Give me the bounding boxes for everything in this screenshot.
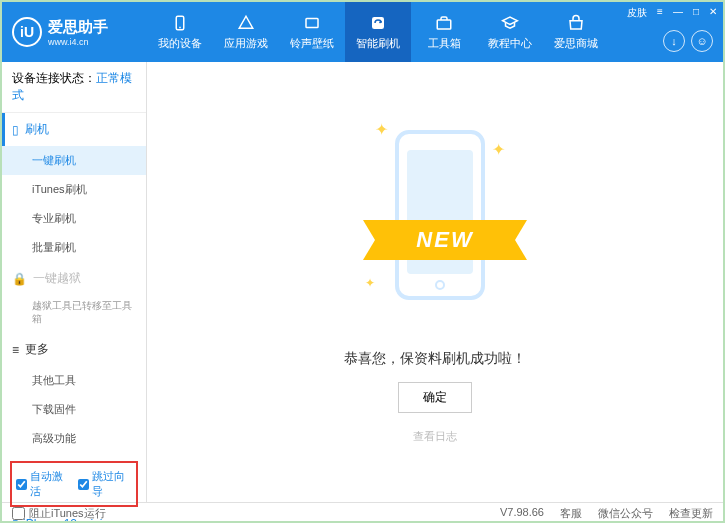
new-ribbon: NEW <box>375 220 515 260</box>
toolbox-icon <box>434 13 454 33</box>
app-title: 爱思助手 <box>48 18 108 37</box>
sparkle-icon: ✦ <box>492 140 505 159</box>
download-button[interactable]: ↓ <box>663 30 685 52</box>
close-button[interactable]: ✕ <box>709 6 717 20</box>
nav-tabs: 我的设备 应用游戏 铃声壁纸 智能刷机 工具箱 教程中心 爱思商城 <box>147 2 609 62</box>
phone-body <box>395 130 485 300</box>
auto-activate-checkbox[interactable]: 自动激活 <box>16 469 70 499</box>
sidebar-jailbreak: 🔒一键越狱 <box>2 262 146 295</box>
store-icon <box>566 13 586 33</box>
svg-rect-3 <box>372 17 384 29</box>
sidebar-batch-flash[interactable]: 批量刷机 <box>2 233 146 262</box>
service-link[interactable]: 客服 <box>560 506 582 521</box>
header-right: ↓ ☺ <box>663 30 713 52</box>
minimize-button[interactable]: — <box>673 6 683 20</box>
tab-toolbox[interactable]: 工具箱 <box>411 2 477 62</box>
skin-button[interactable]: 皮肤 <box>627 6 647 20</box>
menu-button[interactable]: ≡ <box>657 6 663 20</box>
account-button[interactable]: ☺ <box>691 30 713 52</box>
sidebar-more[interactable]: ≡更多 <box>2 333 146 366</box>
tab-tutorials[interactable]: 教程中心 <box>477 2 543 62</box>
app-url: www.i4.cn <box>48 37 108 47</box>
sidebar: 设备连接状态：正常模式 ▯刷机 一键刷机 iTunes刷机 专业刷机 批量刷机 … <box>2 62 147 502</box>
connection-status: 设备连接状态：正常模式 <box>2 62 146 113</box>
ok-button[interactable]: 确定 <box>398 382 472 413</box>
sparkle-icon: ✦ <box>375 120 388 139</box>
sidebar-pro-flash[interactable]: 专业刷机 <box>2 204 146 233</box>
header: iU 爱思助手 www.i4.cn 我的设备 应用游戏 铃声壁纸 智能刷机 工具… <box>2 2 723 62</box>
update-link[interactable]: 检查更新 <box>669 506 713 521</box>
apps-icon <box>236 13 256 33</box>
window-controls: 皮肤 ≡ — □ ✕ <box>627 6 717 20</box>
tab-apps[interactable]: 应用游戏 <box>213 2 279 62</box>
tab-ringtones[interactable]: 铃声壁纸 <box>279 2 345 62</box>
logo-area: iU 爱思助手 www.i4.cn <box>12 17 147 47</box>
sidebar-oneclick-flash[interactable]: 一键刷机 <box>2 146 146 175</box>
sidebar-download-fw[interactable]: 下载固件 <box>2 395 146 424</box>
wallpaper-icon <box>302 13 322 33</box>
svg-rect-2 <box>306 19 318 28</box>
skip-guide-checkbox[interactable]: 跳过向导 <box>78 469 132 499</box>
phone-icon: ▯ <box>12 123 19 137</box>
jailbreak-note: 越狱工具已转移至工具箱 <box>2 295 146 333</box>
sidebar-itunes-flash[interactable]: iTunes刷机 <box>2 175 146 204</box>
more-icon: ≡ <box>12 343 19 357</box>
logo-icon: iU <box>12 17 42 47</box>
block-itunes-checkbox[interactable]: 阻止iTunes运行 <box>12 506 106 521</box>
sidebar-flash[interactable]: ▯刷机 <box>2 113 146 146</box>
flash-icon <box>368 13 388 33</box>
svg-rect-4 <box>437 20 451 29</box>
tab-flash[interactable]: 智能刷机 <box>345 2 411 62</box>
phone-illustration: ✦ ✦ ✦ NEW <box>365 120 505 320</box>
tab-my-device[interactable]: 我的设备 <box>147 2 213 62</box>
main-content: ✦ ✦ ✦ NEW 恭喜您，保资料刷机成功啦！ 确定 查看日志 <box>147 62 723 502</box>
view-log-link[interactable]: 查看日志 <box>413 429 457 444</box>
maximize-button[interactable]: □ <box>693 6 699 20</box>
options-box: 自动激活 跳过向导 <box>10 461 138 507</box>
device-icon <box>170 13 190 33</box>
tutorial-icon <box>500 13 520 33</box>
success-message: 恭喜您，保资料刷机成功啦！ <box>344 350 526 368</box>
lock-icon: 🔒 <box>12 272 27 286</box>
tab-store[interactable]: 爱思商城 <box>543 2 609 62</box>
sidebar-other-tools[interactable]: 其他工具 <box>2 366 146 395</box>
sparkle-icon: ✦ <box>365 276 375 290</box>
wechat-link[interactable]: 微信公众号 <box>598 506 653 521</box>
sidebar-advanced[interactable]: 高级功能 <box>2 424 146 453</box>
version-label: V7.98.66 <box>500 506 544 521</box>
